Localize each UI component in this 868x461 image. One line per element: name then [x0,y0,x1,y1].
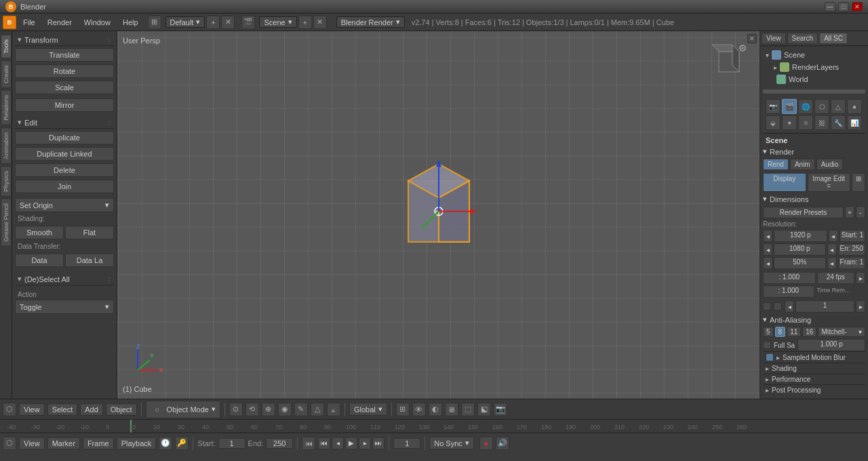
audio-btn[interactable]: 🔊 [496,437,509,450]
add-scene-icon[interactable]: + [298,16,312,29]
right-tab-all[interactable]: All SC [819,33,848,44]
scene-icon[interactable]: 🎬 [241,16,255,29]
aspect-x-input[interactable]: : 1.000 [763,272,816,284]
engine-selector[interactable]: Blender Render ▾ [336,16,405,28]
file-menu[interactable]: File [18,17,41,28]
tab-physics[interactable]: Physics [1,166,12,197]
minimize-button[interactable]: — [825,2,835,12]
render-section-header[interactable]: ▾ Render [763,147,865,156]
global-select[interactable]: Global ▾ [349,403,387,416]
record-icon[interactable]: ● [479,437,493,450]
sculpt-icon[interactable]: ✎ [294,403,308,416]
rotate-button[interactable]: Rotate [15,64,114,78]
join-button[interactable]: Join [15,180,114,193]
timeline-marker-btn[interactable]: Marker [47,437,80,449]
workspace-selector[interactable]: Default ▾ [165,16,205,28]
frame-start-prev-btn[interactable]: ◂ [829,230,838,242]
mode-select[interactable]: ○ Object Mode ▾ [146,401,220,418]
props-icon-texture[interactable]: ⬙ [766,115,781,130]
data-la-button[interactable]: Data La [65,254,114,267]
grid-icon[interactable]: ⊞ [396,403,410,416]
timeline-type-icon[interactable]: ⬡ [3,437,16,450]
sampled-motion-checkbox[interactable] [766,353,774,361]
tab-create[interactable]: Create [1,60,12,88]
data-button[interactable]: Data [15,254,64,267]
frame-step-input[interactable]: 1 [795,300,854,313]
props-icon-constraint[interactable]: ⛓ [814,115,829,130]
delete-button[interactable]: Delete [15,163,114,177]
edge-icon[interactable]: ⟁ [327,403,340,416]
world-item[interactable]: World [763,73,865,85]
add-preset-btn[interactable]: + [845,206,854,218]
props-icon-physics[interactable]: ⚛ [798,115,813,130]
frame-end-prev-btn[interactable]: ◂ [827,243,837,256]
tab-animation[interactable]: Animation [1,127,12,164]
percent-input[interactable]: 50% [774,257,826,269]
close-button[interactable]: ✕ [852,2,863,12]
res-height-input[interactable]: 1080 p [774,243,826,256]
vertex-icon[interactable]: △ [311,403,324,416]
timeline-frame-btn[interactable]: Frame [83,437,114,449]
tab-relations[interactable]: Relations [1,90,12,125]
title-bar-controls[interactable]: — □ ✕ [825,2,863,12]
set-origin-button[interactable]: Set Origin ▾ [15,198,114,212]
dimensions-section-header[interactable]: ▾ Dimensions [763,195,865,203]
timeline-playback-btn[interactable]: Playback [117,437,157,449]
sync-select[interactable]: No Sync ▾ [429,437,474,449]
aa-8[interactable]: 8 [775,327,786,337]
frame-current-prev-btn[interactable]: ◂ [827,257,837,269]
image-edit-tab[interactable]: Image Edit = [808,173,851,192]
res-width-input[interactable]: 1920 p [774,230,827,242]
filter-value-input[interactable]: 1.000 p [797,339,865,351]
duplicate-button[interactable]: Duplicate [15,131,114,144]
record-btn[interactable]: ● [479,437,493,450]
transform-section-header[interactable]: ▾ Transform :: [15,34,114,46]
camera-icon[interactable]: 📷 [494,403,507,416]
fps-next-btn[interactable]: ▸ [856,272,865,284]
full-sa-checkbox[interactable] [763,341,771,349]
deselect-section-header[interactable]: ▾ (De)Select All :: [15,273,114,285]
props-icon-mesh[interactable]: △ [831,99,846,114]
remove-preset-btn[interactable]: - [856,206,865,218]
mitchell-select[interactable]: Mitchell- ▾ [818,327,865,337]
frame-step-prev-btn[interactable]: ◂ [785,300,794,313]
mirror-button[interactable]: Mirror [15,98,114,112]
scene-item[interactable]: ▾ Scene [763,49,865,61]
action-select[interactable]: Toggle ▾ [15,300,114,314]
smooth-button[interactable]: Smooth [15,226,64,239]
tab-grease-pencil[interactable]: Grease Pencil [1,199,12,247]
res-width-prev-btn[interactable]: ◂ [763,230,772,242]
right-tab-search[interactable]: Search [787,33,818,44]
performance-section[interactable]: ▸ Performance [763,374,865,384]
play-btn[interactable]: ▶ [345,437,357,449]
render-display-icon[interactable]: 🖥 [445,403,458,416]
anim-tab[interactable]: Anim [790,159,815,170]
aa-section-header[interactable]: ▾ Anti-Aliasing [763,315,865,324]
percent-prev-btn[interactable]: ◂ [763,257,772,269]
frame-end-input[interactable]: En: 250 [838,243,865,256]
aa-16[interactable]: 16 [802,327,816,337]
next-frame-btn[interactable]: ▸ [359,437,371,449]
overlay-icon[interactable]: 👁 [412,403,426,416]
viewport[interactable]: User Persp [117,31,760,399]
render-menu[interactable]: Render [42,17,77,28]
select-btn[interactable]: Select [47,403,78,416]
shading-props-section[interactable]: ▸ Shading [763,363,865,374]
start-frame-input[interactable]: 1 [218,438,245,449]
frame-current-input[interactable]: Fram: 1 [838,257,865,269]
props-icon-object[interactable]: ⬡ [814,99,829,114]
clock-icon[interactable]: 🕐 [159,437,172,450]
add-btn[interactable]: Add [80,403,103,416]
rend-tab[interactable]: Rend [763,159,789,170]
help-menu[interactable]: Help [117,17,144,28]
checkbox-1[interactable] [763,302,771,310]
aa-11[interactable]: 11 [787,327,801,337]
props-icon-world[interactable]: 🌐 [798,99,813,114]
props-icon-particle[interactable]: ✦ [782,115,797,130]
snap-icon[interactable]: ⊕ [262,403,275,416]
viewport-type-icon[interactable]: ⬡ [3,403,16,416]
props-icon-render[interactable]: 📷 [766,99,781,114]
current-frame-input[interactable]: 1 [393,438,420,449]
scene-selector[interactable]: Scene ▾ [259,16,296,28]
checkbox-2[interactable] [774,302,782,310]
